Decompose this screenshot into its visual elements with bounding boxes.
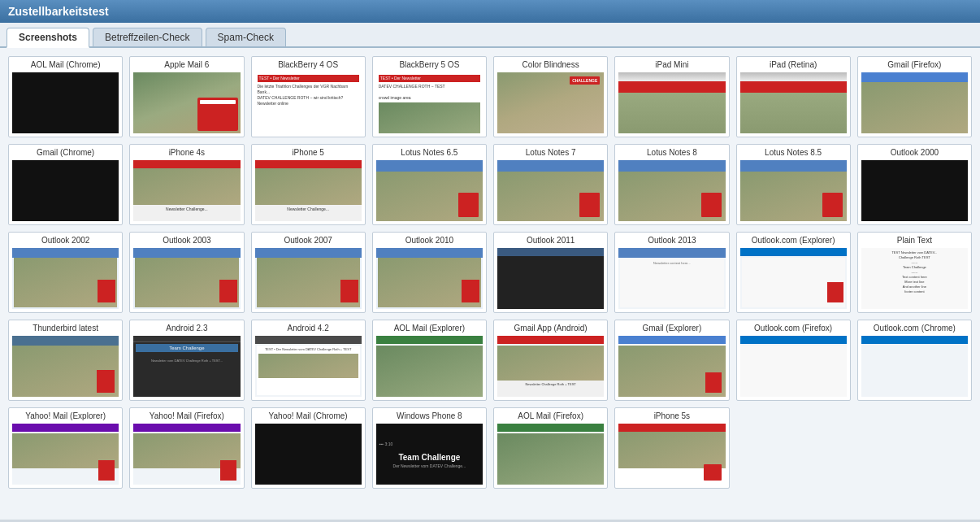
screenshots-grid: AOL Mail (Chrome)Apple Mail 6BlackBerry … — [8, 56, 972, 489]
screenshot-label: Android 2.3 — [133, 324, 240, 333]
screenshot-thumbnail — [12, 336, 119, 397]
screenshot-thumbnail — [255, 424, 362, 485]
screenshot-label: iPhone 5 — [255, 148, 362, 157]
tab-spam[interactable]: Spam-Check — [206, 28, 286, 46]
screenshot-item[interactable]: Apple Mail 6 — [129, 56, 244, 137]
screenshot-label: Windows Phone 8 — [376, 411, 483, 420]
screenshot-item[interactable]: BlackBerry 5 OSTEST • Der NewsletterDATE… — [372, 56, 487, 137]
screenshot-label: iPad (Retina) — [740, 60, 847, 69]
screenshot-label: Gmail App (Android) — [497, 324, 604, 333]
screenshot-item[interactable]: Yahoo! Mail (Firefox) — [129, 407, 244, 489]
screenshot-thumbnail — [133, 248, 240, 309]
tab-bar: Screenshots Betreffzeilen-Check Spam-Che… — [0, 23, 980, 48]
screenshot-label: Gmail (Explorer) — [618, 324, 725, 333]
screenshot-item[interactable]: iPad (Retina) — [736, 56, 851, 137]
tab-betreff[interactable]: Betreffzeilen-Check — [93, 28, 202, 46]
screenshot-label: Color Blindness — [497, 60, 604, 69]
screenshot-label: iPhone 5s — [618, 411, 725, 420]
screenshot-item[interactable]: Lotus Notes 8 — [614, 144, 729, 225]
screenshot-thumbnail — [740, 72, 847, 133]
screenshot-item[interactable]: Yahoo! Mail (Chrome) — [251, 407, 366, 489]
screenshot-thumbnail — [861, 336, 968, 397]
screenshot-label: Gmail (Firefox) — [861, 60, 968, 69]
screenshot-label: Outlook.com (Chrome) — [861, 324, 968, 333]
screenshot-label: Outlook 2007 — [255, 236, 362, 245]
screenshot-thumbnail: ▪▪▪ 3:10Team ChallengeDer Newsletter vom… — [376, 424, 483, 485]
screenshot-item[interactable]: Outlook 2003 — [129, 232, 244, 313]
screenshot-thumbnail: Newsletter Challenge... — [255, 160, 362, 221]
screenshot-thumbnail — [618, 336, 725, 397]
screenshot-thumbnail — [497, 424, 604, 485]
screenshot-item[interactable]: Outlook 2000 — [857, 144, 972, 225]
screenshot-thumbnail — [376, 160, 483, 221]
screenshot-item[interactable]: AOL Mail (Firefox) — [493, 407, 608, 489]
screenshot-label: iPad Mini — [618, 60, 725, 69]
screenshot-item[interactable]: AOL Mail (Explorer) — [372, 320, 487, 401]
screenshot-item[interactable]: Outlook 2010 — [372, 232, 487, 313]
screenshot-thumbnail — [133, 424, 240, 485]
screenshot-label: Outlook 2011 — [497, 236, 604, 245]
screenshot-item[interactable]: Lotus Notes 7 — [493, 144, 608, 225]
screenshot-item[interactable]: Android 2.3Team ChallengeNewsletter vom … — [129, 320, 244, 401]
screenshot-label: AOL Mail (Chrome) — [12, 60, 119, 69]
screenshot-label: Apple Mail 6 — [133, 60, 240, 69]
screenshot-item[interactable]: Outlook.com (Chrome) — [857, 320, 972, 401]
screenshot-item[interactable]: Gmail (Chrome) — [8, 144, 123, 225]
screenshot-thumbnail — [12, 72, 119, 133]
screenshot-item[interactable]: Windows Phone 8▪▪▪ 3:10Team ChallengeDer… — [372, 407, 487, 489]
screenshot-thumbnail — [133, 72, 240, 133]
screenshot-item[interactable]: BlackBerry 4 OSTEST • Der NewsletterDie … — [251, 56, 366, 137]
screenshot-item[interactable]: iPad Mini — [614, 56, 729, 137]
screenshot-item[interactable]: Thunderbird latest — [8, 320, 123, 401]
screenshot-thumbnail: TEST • Der Newsletter vom DATEV Challeng… — [255, 336, 362, 397]
screenshot-item[interactable]: Outlook 2011 — [493, 232, 608, 313]
screenshot-label: Lotus Notes 7 — [497, 148, 604, 157]
screenshot-item[interactable]: AOL Mail (Chrome) — [8, 56, 123, 137]
screenshot-item[interactable]: Yahoo! Mail (Explorer) — [8, 407, 123, 489]
screenshot-thumbnail: Newsletter content here... — [618, 248, 725, 309]
screenshot-item[interactable]: Plain TextTEST Newsletter vom DATEV...Ch… — [857, 232, 972, 313]
screenshot-thumbnail — [861, 72, 968, 133]
screenshot-thumbnail: Team ChallengeNewsletter vom DATEV Chall… — [133, 336, 240, 397]
screenshot-thumbnail — [618, 160, 725, 221]
screenshot-label: Outlook 2000 — [861, 148, 968, 157]
screenshot-item[interactable]: Outlook.com (Firefox) — [736, 320, 851, 401]
screenshot-item[interactable]: Gmail (Firefox) — [857, 56, 972, 137]
screenshot-item[interactable]: iPhone 5Newsletter Challenge... — [251, 144, 366, 225]
screenshot-thumbnail — [861, 160, 968, 221]
screenshot-item[interactable]: Gmail (Explorer) — [614, 320, 729, 401]
screenshot-label: Thunderbird latest — [12, 324, 119, 333]
screenshot-label: BlackBerry 5 OS — [376, 60, 483, 69]
screenshot-item[interactable]: Color BlindnessCHALLENGE — [493, 56, 608, 137]
screenshot-item[interactable]: Outlook.com (Explorer) — [736, 232, 851, 313]
screenshot-thumbnail: Newsletter Challenge... — [133, 160, 240, 221]
screenshot-thumbnail — [376, 336, 483, 397]
screenshot-thumbnail — [497, 248, 604, 309]
screenshot-item[interactable]: iPhone 4sNewsletter Challenge... — [129, 144, 244, 225]
screenshot-item[interactable]: Outlook 2013Newsletter content here... — [614, 232, 729, 313]
screenshot-thumbnail — [618, 424, 725, 485]
screenshot-item[interactable]: iPhone 5s — [614, 407, 729, 489]
screenshot-item[interactable]: Lotus Notes 6.5 — [372, 144, 487, 225]
screenshot-label: Plain Text — [861, 236, 968, 245]
screenshot-item[interactable]: Lotus Notes 8.5 — [736, 144, 851, 225]
screenshot-thumbnail: TEST • Der NewsletterDie letzte Triathlo… — [255, 72, 362, 133]
screenshot-item[interactable]: Outlook 2002 — [8, 232, 123, 313]
screenshot-label: Yahoo! Mail (Firefox) — [133, 411, 240, 420]
screenshot-thumbnail: TEST Newsletter vom DATEV...Challenge Ro… — [861, 248, 968, 309]
screenshot-thumbnail: Newsletter Challenge Roth + TEST — [497, 336, 604, 397]
screenshot-item[interactable]: Android 4.2TEST • Der Newsletter vom DAT… — [251, 320, 366, 401]
screenshot-label: Outlook 2010 — [376, 236, 483, 245]
screenshot-item[interactable]: Gmail App (Android)Newsletter Challenge … — [493, 320, 608, 401]
title-bar: Zustellbarkeitstest — [0, 0, 980, 23]
screenshot-label: Outlook 2013 — [618, 236, 725, 245]
screenshot-thumbnail: CHALLENGE — [497, 72, 604, 133]
screenshot-thumbnail — [740, 336, 847, 397]
screenshot-thumbnail — [376, 248, 483, 309]
tab-screenshots[interactable]: Screenshots — [7, 28, 89, 48]
screenshot-item[interactable]: Outlook 2007 — [251, 232, 366, 313]
screenshot-label: iPhone 4s — [133, 148, 240, 157]
screenshot-label: Lotus Notes 8.5 — [740, 148, 847, 157]
screenshot-label: Outlook 2003 — [133, 236, 240, 245]
screenshot-label: BlackBerry 4 OS — [255, 60, 362, 69]
